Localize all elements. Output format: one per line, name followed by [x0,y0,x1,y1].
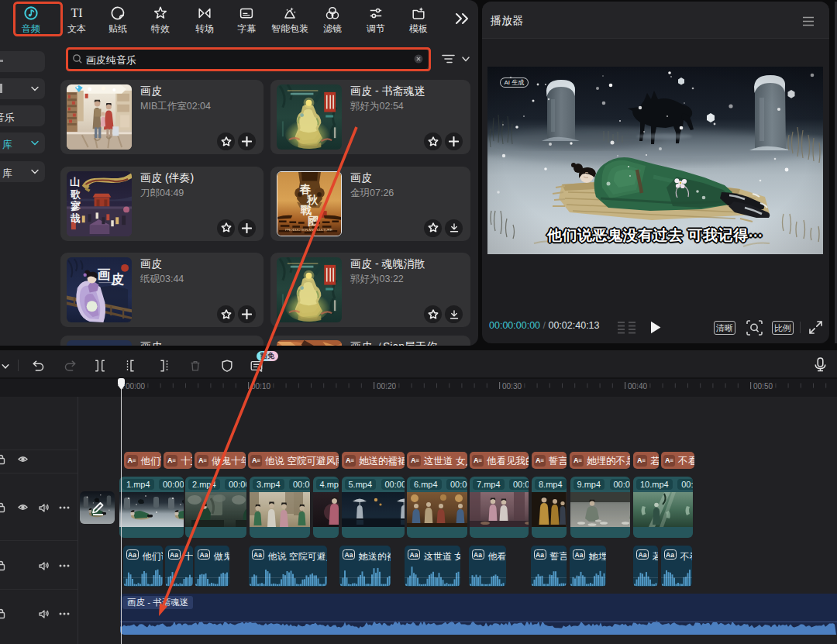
svg-text:TI: TI [71,6,82,19]
